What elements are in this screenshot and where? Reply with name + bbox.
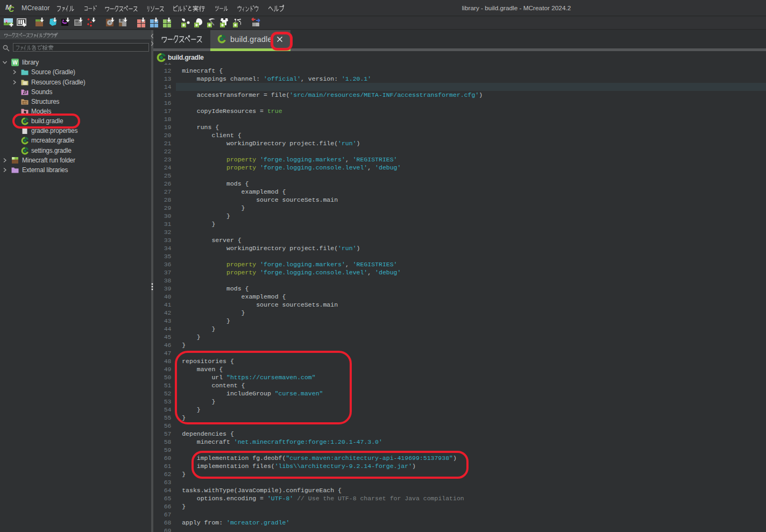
svg-text:W: W: [12, 60, 18, 66]
